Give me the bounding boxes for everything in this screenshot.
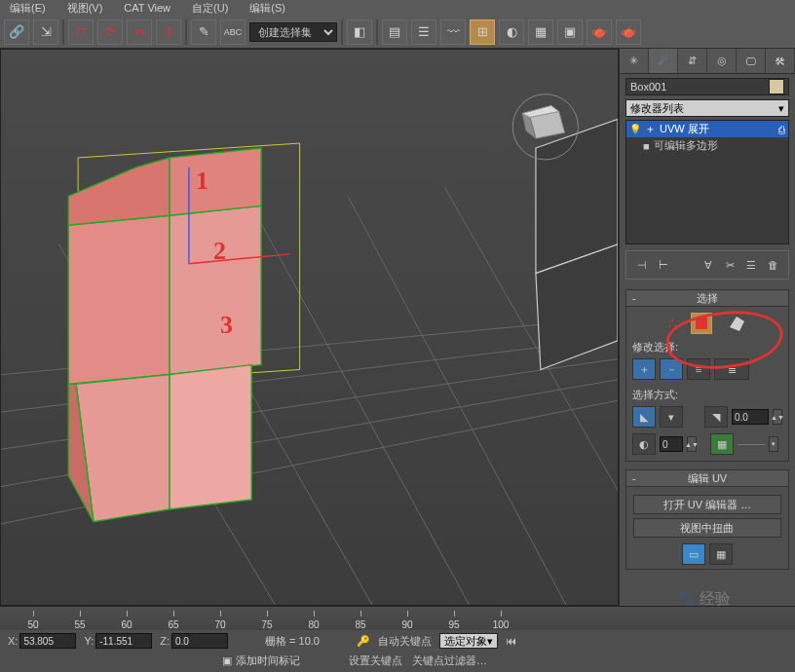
menu-catview[interactable]: CAT View bbox=[124, 2, 170, 14]
planar-angle-button[interactable]: ◣ bbox=[632, 406, 656, 428]
svg-marker-14 bbox=[170, 205, 261, 374]
grid-readout: 栅格 = 10.0 bbox=[265, 634, 320, 649]
menu-bar: 编辑(E) 视图(V) CAT View 自定(U) 编辑(S) bbox=[0, 0, 795, 16]
schematic-view-button[interactable]: ⊞ bbox=[470, 19, 495, 45]
y-coord-field[interactable]: -11.551 bbox=[95, 633, 152, 649]
show-end-result-button[interactable]: ⊢ bbox=[656, 257, 671, 273]
main-toolbar: 🔗 ⇲ ⊓ ⟳ ⇔ ⇕ ✎ ABC 创建选择集 ◧ ▤ ☰ 〰 ⊞ ◐ ▦ ▣ … bbox=[0, 16, 795, 49]
tweak-in-view-button[interactable]: 视图中扭曲 bbox=[633, 518, 781, 538]
modifier-stack-tools: ⊣ ⊢ ∀ ✂ ☰ 🗑 bbox=[625, 250, 789, 280]
snap-toggle-button[interactable]: ⊓ bbox=[68, 19, 94, 45]
object-name-field[interactable]: Box001 bbox=[625, 78, 789, 95]
key-icon[interactable]: 🔑 bbox=[357, 635, 370, 648]
curve-editor-button[interactable]: 〰 bbox=[440, 19, 466, 45]
tab-modify[interactable]: ☄ bbox=[649, 49, 678, 73]
edit-named-button[interactable]: ABC bbox=[220, 19, 246, 45]
modifier-stack[interactable]: 💡 ＋ UVW 展开 ⎙ ■ 可编辑多边形 bbox=[625, 120, 789, 244]
rollout-edit-uv: -编辑 UV 打开 UV 编辑器 … 视图中扭曲 ▭ ▦ bbox=[625, 469, 789, 570]
svg-marker-15 bbox=[68, 158, 170, 225]
main-area: 1 2 3 ✳ ☄ ⇵ ◎ 🖵 🛠 Box001 修改器列表▾ 💡 ＋ UVW … bbox=[0, 49, 795, 606]
align-button[interactable]: ▤ bbox=[382, 19, 407, 45]
ignore-backfacing-button[interactable]: ◥ bbox=[704, 406, 728, 428]
selection-set-dropdown[interactable]: 创建选择集 bbox=[249, 22, 337, 42]
modify-selection-label: 修改选择: bbox=[632, 340, 782, 355]
perspective-viewport[interactable]: 1 2 3 bbox=[0, 49, 619, 606]
tab-create[interactable]: ✳ bbox=[620, 49, 649, 73]
svg-line-7 bbox=[251, 205, 482, 605]
open-uv-editor-button[interactable]: 打开 UV 编辑器 … bbox=[633, 495, 781, 514]
render-setup-button[interactable]: ▦ bbox=[528, 19, 553, 45]
render-button[interactable]: 🫖 bbox=[587, 19, 612, 45]
ring-sel-button[interactable]: ≡ bbox=[687, 358, 710, 380]
expand-icon[interactable]: ＋ bbox=[645, 122, 656, 136]
remove-modifier-button[interactable]: ✂ bbox=[722, 257, 738, 273]
select-by-label: 选择方式: bbox=[632, 388, 782, 402]
tab-hierarchy[interactable]: ⇵ bbox=[678, 49, 707, 73]
unlink-button[interactable]: ⇲ bbox=[33, 19, 58, 45]
coord-status: X:53.805 Y:-11.551 Z:0.0 栅格 = 10.0 🔑 自动关… bbox=[0, 630, 795, 652]
bottom-bar: 50 55 60 65 70 75 80 85 90 95 100 X:53.8… bbox=[0, 606, 795, 672]
key-filters-dropdown[interactable]: 选定对象 ▾ bbox=[439, 633, 498, 649]
menu-view[interactable]: 视图(V) bbox=[67, 1, 103, 16]
lightbulb-icon[interactable]: 💡 bbox=[629, 124, 641, 134]
loop-sel-button[interactable]: ≣ bbox=[714, 358, 749, 380]
spinner3-icon[interactable]: ▾ bbox=[769, 436, 778, 452]
angle-spinner[interactable]: 0.0 bbox=[732, 409, 769, 425]
select-link-button[interactable]: 🔗 bbox=[4, 19, 29, 45]
step-spinner[interactable]: 0 bbox=[660, 436, 683, 452]
prev-key-button[interactable]: ⏮ bbox=[506, 635, 516, 647]
menu-customize[interactable]: 自定(U) bbox=[192, 1, 228, 16]
svg-marker-26 bbox=[730, 317, 744, 331]
menu-edit[interactable]: 编辑(E) bbox=[10, 1, 46, 16]
setkey-button[interactable]: 设置关键点 bbox=[349, 653, 402, 668]
grow-sel-button[interactable]: ＋ bbox=[632, 358, 656, 380]
face-subobj-button[interactable] bbox=[691, 313, 712, 334]
angle-snap-button[interactable]: ⟳ bbox=[97, 19, 123, 45]
command-panel-tabs: ✳ ☄ ⇵ ◎ 🖵 🛠 bbox=[620, 49, 795, 74]
render-iterative-button[interactable]: 🫖 bbox=[616, 19, 641, 45]
configure-sets-button[interactable]: ☰ bbox=[743, 257, 759, 273]
quick-planar-button[interactable]: ▭ bbox=[682, 543, 705, 565]
key-filter-button[interactable]: 关键点过滤器… bbox=[412, 653, 487, 668]
layers-button[interactable]: ☰ bbox=[411, 19, 436, 45]
stack-item-editable-poly[interactable]: ■ 可编辑多边形 bbox=[626, 137, 788, 154]
matid-sel-button[interactable]: ▦ bbox=[710, 433, 734, 455]
tab-motion[interactable]: ◎ bbox=[707, 49, 737, 73]
tab-utilities[interactable]: 🛠 bbox=[766, 49, 795, 73]
autokey-button[interactable]: 自动关键点 bbox=[378, 634, 432, 649]
modifier-list-dropdown[interactable]: 修改器列表▾ bbox=[625, 99, 789, 117]
svg-marker-13 bbox=[68, 215, 170, 384]
planar-dropdown-button[interactable]: ▾ bbox=[660, 406, 683, 428]
material-editor-button[interactable]: ◐ bbox=[499, 19, 524, 45]
vertex-subobj-button[interactable]: ∴ bbox=[668, 316, 677, 331]
stack-item-uvw-unwrap[interactable]: 💡 ＋ UVW 展开 ⎙ bbox=[626, 121, 788, 137]
render-frame-button[interactable]: ▣ bbox=[557, 19, 583, 45]
add-time-tag-button[interactable]: 添加时间标记 bbox=[236, 653, 300, 668]
z-coord-field[interactable]: 0.0 bbox=[171, 633, 228, 649]
rollout-select-header[interactable]: -选择 bbox=[625, 289, 789, 307]
box-icon: ■ bbox=[643, 140, 650, 152]
make-unique-button[interactable]: ∀ bbox=[700, 257, 716, 273]
pin-stack-button[interactable]: ⊣ bbox=[634, 257, 650, 273]
anno-3: 3 bbox=[220, 311, 233, 340]
mirror-button[interactable]: ◧ bbox=[347, 19, 372, 45]
menu-script[interactable]: 编辑(S) bbox=[249, 1, 285, 16]
time-tag-icon[interactable]: ▣ bbox=[222, 654, 232, 667]
edit-selset-button[interactable]: ✎ bbox=[191, 19, 216, 45]
point-to-point-button[interactable]: ◐ bbox=[632, 433, 656, 455]
percent-snap-button[interactable]: ⇔ bbox=[127, 19, 152, 45]
quick-box-button[interactable]: ▦ bbox=[709, 543, 733, 565]
tab-display[interactable]: 🖵 bbox=[737, 49, 766, 73]
element-subobj-button[interactable] bbox=[726, 313, 747, 334]
spinner2-icon[interactable]: ▲▼ bbox=[687, 436, 697, 452]
time-ruler[interactable]: 50 55 60 65 70 75 80 85 90 95 100 bbox=[0, 607, 795, 630]
spinner-up-icon[interactable]: ▲▼ bbox=[773, 409, 782, 425]
trash-icon[interactable]: 🗑 bbox=[765, 257, 780, 273]
rollout-select: -选择 ∴ 修改选择: ＋ － ≡ ≣ 选择方式: ◣ ▾ bbox=[625, 289, 789, 462]
shrink-sel-button[interactable]: － bbox=[660, 358, 683, 380]
spinner-snap-button[interactable]: ⇕ bbox=[156, 19, 181, 45]
pin-icon[interactable]: ⎙ bbox=[778, 124, 785, 135]
rollout-edit-uv-header[interactable]: -编辑 UV bbox=[625, 469, 789, 487]
x-coord-field[interactable]: 53.805 bbox=[19, 633, 76, 649]
object-color-swatch[interactable] bbox=[769, 79, 784, 94]
